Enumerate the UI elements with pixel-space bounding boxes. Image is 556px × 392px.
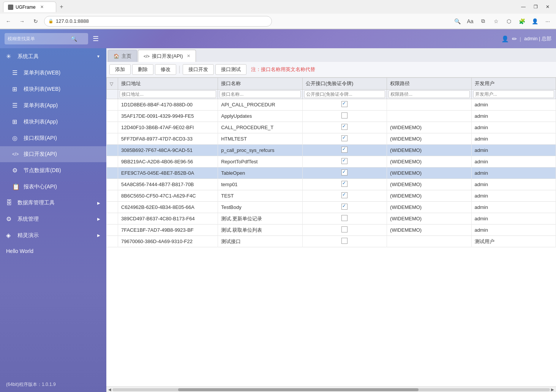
- checkbox-public[interactable]: [341, 101, 348, 107]
- checkbox-public[interactable]: [341, 181, 348, 187]
- address-bar[interactable]: 🔒 127.0.0.1:8888: [44, 16, 272, 27]
- filter-address-input[interactable]: [120, 90, 216, 98]
- cell-public[interactable]: [302, 122, 387, 133]
- restore-button[interactable]: ❐: [530, 3, 541, 11]
- sidebar-item-report[interactable]: 📋 报表中心(API): [0, 179, 106, 195]
- checkbox-public[interactable]: [341, 147, 348, 153]
- checkbox-public[interactable]: [341, 124, 348, 130]
- sidebar-item-menu-app[interactable]: ☰ 菜单列表(App): [0, 97, 106, 114]
- reload-button[interactable]: ↻: [30, 16, 41, 27]
- filter-name-input[interactable]: [220, 90, 300, 98]
- checkbox-public[interactable]: [341, 215, 348, 221]
- filter-cell-user[interactable]: [471, 90, 556, 99]
- row-selector[interactable]: [107, 145, 118, 156]
- checkbox-public[interactable]: [341, 192, 348, 198]
- sidebar-item-db-mgmt[interactable]: 🗄 数据库管理工具 ▶: [0, 195, 106, 211]
- api-dev-button[interactable]: 接口开发: [183, 64, 214, 75]
- sidebar-item-sys-tools[interactable]: ✳ 系统工具 ▼: [0, 48, 106, 65]
- table-row[interactable]: 5FF7DFA8-8977-47D7-8CD3-33HTMLTEST(WIDEM…: [107, 133, 556, 145]
- filter-cell-name[interactable]: [218, 90, 302, 99]
- checkbox-public[interactable]: [341, 158, 348, 164]
- filter-cell-public[interactable]: [302, 90, 387, 99]
- table-row[interactable]: 389CD497-B637-4C80-B173-F64测试.更新单位记录(WID…: [107, 213, 556, 224]
- favorites-icon[interactable]: ☆: [491, 16, 501, 27]
- sidebar-item-menu-web[interactable]: ☰ 菜单列表(WEB): [0, 65, 106, 81]
- sidebar-item-api-dev[interactable]: </> 接口开发(API): [0, 146, 106, 162]
- filter-icon[interactable]: ▽: [110, 81, 113, 87]
- table-wrapper[interactable]: ▽ 接口地址 接口名称 公开接口(免验证令牌) 权限路径 开发用户: [106, 77, 556, 386]
- search-browser-icon[interactable]: 🔍: [452, 16, 463, 27]
- cell-public[interactable]: [302, 133, 387, 145]
- checkbox-public[interactable]: [341, 112, 348, 119]
- tab-close-icon[interactable]: ✕: [40, 5, 44, 9]
- filter-perm-input[interactable]: [389, 90, 469, 98]
- table-row[interactable]: 12D40F10-3B6B-47AF-9E02-BFICALL_PROCEDUR…: [107, 122, 556, 133]
- row-selector[interactable]: [107, 236, 118, 247]
- table-row[interactable]: 7FACE1BF-7AD7-49B8-9923-BF测试.获取单位列表(WIDE…: [107, 224, 556, 236]
- browser-tab[interactable]: UGFrame ✕: [3, 2, 56, 12]
- row-selector[interactable]: [107, 122, 118, 133]
- tab-close-icon[interactable]: ✕: [187, 54, 190, 58]
- filter-user-input[interactable]: [473, 90, 554, 98]
- user-topbar-icon[interactable]: 👤: [501, 35, 509, 43]
- menu-icon[interactable]: ···: [542, 16, 553, 27]
- sidebar-item-module-app[interactable]: ⊞ 模块列表(App): [0, 114, 106, 130]
- scroll-left-arrow[interactable]: ◀: [107, 387, 112, 392]
- scrollbar-track[interactable]: [112, 388, 550, 391]
- th-user[interactable]: 开发用户: [471, 78, 556, 90]
- sidebar-item-api-auth[interactable]: ◎ 接口权限(API): [0, 130, 106, 146]
- checkbox-public[interactable]: [341, 238, 348, 244]
- read-mode-icon[interactable]: Aa: [465, 16, 475, 27]
- cell-public[interactable]: [302, 179, 387, 190]
- cell-public[interactable]: [302, 111, 387, 122]
- row-selector[interactable]: [107, 179, 118, 190]
- th-name[interactable]: 接口名称: [218, 78, 302, 90]
- tab-api-dev[interactable]: </> 接口开发(API) ✕: [138, 50, 196, 62]
- search-input[interactable]: [8, 36, 68, 41]
- cell-public[interactable]: [302, 168, 387, 179]
- extensions-icon[interactable]: 🧩: [517, 16, 527, 27]
- checkbox-public[interactable]: [341, 169, 348, 175]
- table-row[interactable]: 1D1D8BE6-8B4F-4170-888D-00API_CALL_PROCE…: [107, 99, 556, 111]
- scrollbar-thumb[interactable]: [178, 388, 419, 391]
- row-selector[interactable]: [107, 133, 118, 145]
- row-selector[interactable]: [107, 111, 118, 122]
- api-test-button[interactable]: 接口测试: [215, 64, 246, 75]
- cell-public[interactable]: [302, 236, 387, 247]
- split-view-icon[interactable]: ⧉: [478, 16, 488, 27]
- sidebar-item-sys-mgmt[interactable]: ⚙ 系统管理 ▶: [0, 211, 106, 227]
- cell-public[interactable]: [302, 99, 387, 111]
- search-box[interactable]: 🔍: [5, 33, 88, 44]
- th-public[interactable]: 公开接口(免验证令牌): [302, 78, 387, 90]
- table-row[interactable]: C624962B-62E0-4B34-8E05-66ATestBody(WIDE…: [107, 202, 556, 213]
- tab-home[interactable]: 🏠 主页: [108, 50, 137, 62]
- edit-button[interactable]: 修改: [155, 64, 176, 75]
- filter-public-input[interactable]: [304, 90, 385, 98]
- checkbox-public[interactable]: [341, 226, 348, 232]
- table-row[interactable]: 8B6C5650-CF50-47C1-A629-F4CTEST(WIDEMEMO…: [107, 190, 556, 202]
- table-row[interactable]: 54A8C856-7444-4B77-B817-70Btemp01(WIDEME…: [107, 179, 556, 190]
- table-row[interactable]: 9BB219AC-A2D8-4B06-8E96-56ReportToPdfTes…: [107, 156, 556, 168]
- table-row[interactable]: 79670060-386D-4A69-9310-F22测试接口测试用户: [107, 236, 556, 247]
- cell-public[interactable]: [302, 145, 387, 156]
- horizontal-scrollbar[interactable]: ◀ ▶: [106, 386, 556, 392]
- sidebar-item-hello[interactable]: Hello World: [0, 243, 106, 259]
- edit-topbar-icon[interactable]: ✏: [512, 35, 517, 43]
- collections-icon[interactable]: ⬡: [504, 16, 514, 27]
- profile-icon[interactable]: 👤: [529, 16, 540, 27]
- row-selector[interactable]: [107, 202, 118, 213]
- cell-public[interactable]: [302, 156, 387, 168]
- sidebar-item-module-web[interactable]: ⊞ 模块列表(WEB): [0, 81, 106, 97]
- new-tab-button[interactable]: +: [56, 2, 67, 12]
- checkbox-public[interactable]: [341, 135, 348, 141]
- cell-public[interactable]: [302, 202, 387, 213]
- th-address[interactable]: 接口地址: [118, 78, 218, 90]
- table-row[interactable]: 3085B692-7F67-48CA-9CAD-51p_call_proc_sy…: [107, 145, 556, 156]
- cell-public[interactable]: [302, 190, 387, 202]
- filter-cell-perm[interactable]: [387, 90, 471, 99]
- cell-public[interactable]: [302, 213, 387, 224]
- th-perm[interactable]: 权限路径: [387, 78, 471, 90]
- search-button[interactable]: 🔍: [71, 36, 77, 42]
- row-selector[interactable]: [107, 224, 118, 236]
- close-button[interactable]: ✕: [542, 3, 553, 11]
